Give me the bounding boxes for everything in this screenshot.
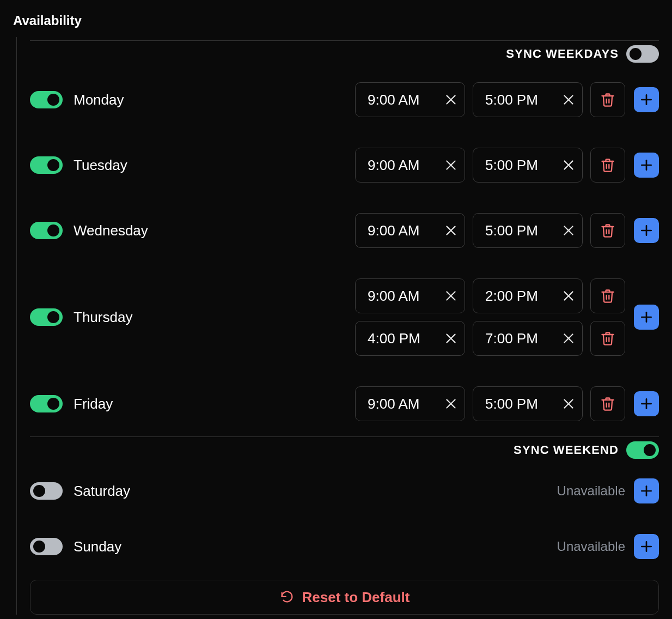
- day-label: Tuesday: [74, 157, 127, 174]
- time-value: 9:00 AM: [356, 396, 437, 412]
- start-time-field[interactable]: 9:00 AM: [355, 278, 465, 313]
- time-value: 5:00 PM: [473, 92, 555, 108]
- sync-weekend-label: SYNC WEEKEND: [514, 443, 619, 457]
- add-slot-button[interactable]: [634, 87, 659, 112]
- time-value: 9:00 AM: [356, 92, 437, 108]
- delete-slot-button[interactable]: [590, 213, 625, 248]
- clear-time-button[interactable]: [555, 223, 582, 238]
- time-slot: 9:00 AM2:00 PM: [355, 278, 625, 313]
- start-time-field[interactable]: 9:00 AM: [355, 148, 465, 183]
- sync-weekend-toggle[interactable]: [626, 441, 659, 459]
- day-label: Wednesday: [74, 222, 148, 239]
- delete-slot-button[interactable]: [590, 148, 625, 183]
- clear-time-button[interactable]: [437, 289, 465, 303]
- end-time-field[interactable]: 5:00 PM: [473, 82, 583, 117]
- availability-panel: SYNC WEEKDAYS Monday9:00 AM5:00 PMTuesda…: [16, 37, 659, 615]
- add-slot-button[interactable]: [634, 305, 659, 330]
- undo-icon: [279, 590, 295, 605]
- clear-time-button[interactable]: [555, 289, 582, 303]
- time-slot: 4:00 PM7:00 PM: [355, 321, 625, 356]
- close-icon: [561, 223, 576, 238]
- clear-time-button[interactable]: [555, 158, 582, 172]
- day-label: Monday: [74, 92, 124, 108]
- add-slot-button[interactable]: [634, 218, 659, 243]
- time-value: 5:00 PM: [473, 157, 555, 174]
- time-value: 7:00 PM: [473, 330, 555, 347]
- add-slot-button[interactable]: [634, 534, 659, 559]
- unavailable-label: Unavailable: [557, 483, 625, 499]
- time-slots: 9:00 AM5:00 PM: [355, 213, 625, 248]
- clear-time-button[interactable]: [437, 397, 465, 411]
- delete-slot-button[interactable]: [590, 82, 625, 117]
- add-slot-button[interactable]: [634, 478, 659, 503]
- reset-to-default-button[interactable]: Reset to Default: [30, 580, 659, 615]
- start-time-field[interactable]: 4:00 PM: [355, 321, 465, 356]
- reset-label: Reset to Default: [302, 589, 410, 606]
- day-enable-toggle[interactable]: [30, 395, 63, 412]
- trash-icon: [600, 288, 615, 304]
- start-time-field[interactable]: 9:00 AM: [355, 82, 465, 117]
- delete-slot-button[interactable]: [590, 321, 625, 356]
- close-icon: [561, 397, 576, 411]
- clear-time-button[interactable]: [555, 331, 582, 345]
- time-slots: 9:00 AM5:00 PM: [355, 386, 625, 421]
- day-row: Monday9:00 AM5:00 PM: [30, 67, 659, 132]
- sync-weekdays-toggle[interactable]: [626, 45, 659, 63]
- section-title: Availability: [13, 13, 659, 28]
- time-slot: 9:00 AM5:00 PM: [355, 148, 625, 183]
- day-label: Thursday: [74, 309, 132, 326]
- delete-slot-button[interactable]: [590, 278, 625, 313]
- start-time-field[interactable]: 9:00 AM: [355, 213, 465, 248]
- trash-icon: [600, 396, 615, 411]
- time-value: 9:00 AM: [356, 157, 437, 174]
- day-label: Saturday: [74, 483, 130, 500]
- trash-icon: [600, 331, 615, 346]
- close-icon: [444, 331, 458, 345]
- day-row: Tuesday9:00 AM5:00 PM: [30, 132, 659, 198]
- end-time-field[interactable]: 5:00 PM: [473, 386, 583, 421]
- end-time-field[interactable]: 5:00 PM: [473, 148, 583, 183]
- clear-time-button[interactable]: [437, 331, 465, 345]
- sync-weekdays-label: SYNC WEEKDAYS: [506, 47, 619, 61]
- day-row: SaturdayUnavailable: [30, 463, 659, 519]
- close-icon: [561, 93, 576, 107]
- add-slot-button[interactable]: [634, 153, 659, 178]
- close-icon: [444, 223, 458, 238]
- day-enable-toggle[interactable]: [30, 156, 63, 174]
- add-slot-button[interactable]: [634, 391, 659, 416]
- day-enable-toggle[interactable]: [30, 308, 63, 326]
- unavailable-label: Unavailable: [557, 539, 625, 554]
- close-icon: [561, 289, 576, 303]
- time-slots: 9:00 AM5:00 PM: [355, 82, 625, 117]
- day-row: Friday9:00 AM5:00 PM: [30, 371, 659, 436]
- close-icon: [444, 289, 458, 303]
- time-value: 9:00 AM: [356, 222, 437, 239]
- close-icon: [561, 331, 576, 345]
- close-icon: [444, 158, 458, 172]
- time-value: 9:00 AM: [356, 288, 437, 305]
- plus-icon: [639, 93, 653, 107]
- time-slot: 9:00 AM5:00 PM: [355, 213, 625, 248]
- trash-icon: [600, 92, 615, 107]
- day-row: Wednesday9:00 AM5:00 PM: [30, 198, 659, 263]
- clear-time-button[interactable]: [437, 158, 465, 172]
- clear-time-button[interactable]: [555, 397, 582, 411]
- delete-slot-button[interactable]: [590, 386, 625, 421]
- end-time-field[interactable]: 2:00 PM: [473, 278, 583, 313]
- day-row: Thursday9:00 AM2:00 PM4:00 PM7:00 PM: [30, 263, 659, 371]
- end-time-field[interactable]: 5:00 PM: [473, 213, 583, 248]
- clear-time-button[interactable]: [437, 93, 465, 107]
- time-value: 5:00 PM: [473, 222, 555, 239]
- day-enable-toggle[interactable]: [30, 91, 63, 108]
- trash-icon: [600, 157, 615, 173]
- clear-time-button[interactable]: [437, 223, 465, 238]
- end-time-field[interactable]: 7:00 PM: [473, 321, 583, 356]
- day-enable-toggle[interactable]: [30, 482, 63, 500]
- day-enable-toggle[interactable]: [30, 222, 63, 239]
- day-enable-toggle[interactable]: [30, 538, 63, 555]
- time-slot: 9:00 AM5:00 PM: [355, 82, 625, 117]
- plus-icon: [639, 223, 653, 238]
- close-icon: [444, 397, 458, 411]
- clear-time-button[interactable]: [555, 93, 582, 107]
- start-time-field[interactable]: 9:00 AM: [355, 386, 465, 421]
